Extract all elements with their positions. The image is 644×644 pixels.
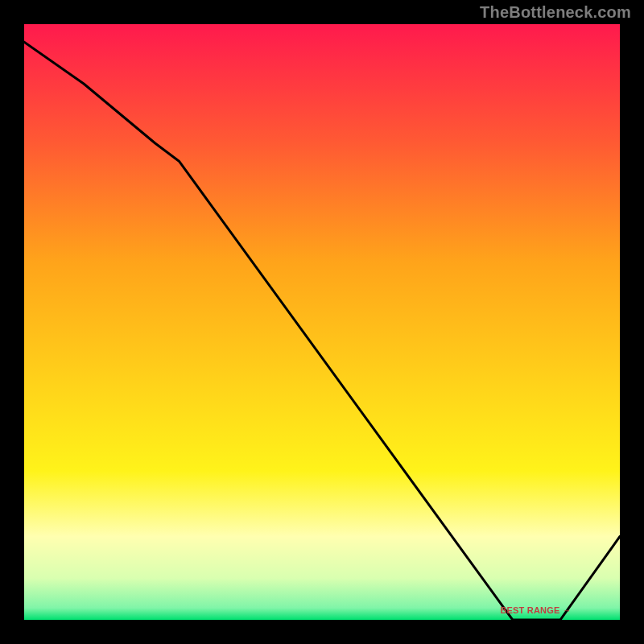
watermark-text: TheBottleneck.com xyxy=(480,3,631,22)
plot-area: BEST RANGE → xyxy=(24,24,620,620)
chart-frame: TheBottleneck.com BEST RANGE → xyxy=(0,0,644,644)
gradient-background xyxy=(24,24,620,620)
best-range-label: BEST RANGE → xyxy=(500,605,572,615)
chart-svg xyxy=(24,24,620,620)
